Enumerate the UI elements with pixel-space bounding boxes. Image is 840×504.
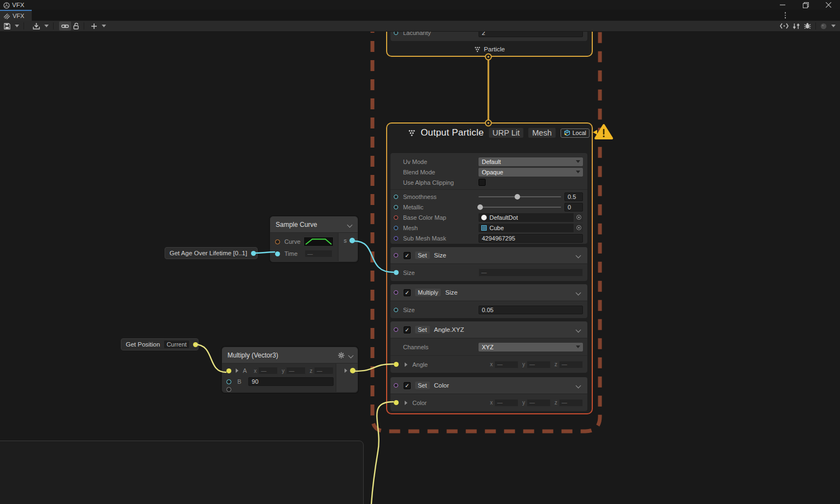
space-badge[interactable]: Local — [561, 128, 590, 138]
axis-x-label: x — [490, 400, 493, 406]
space-badge-label: Local — [573, 130, 586, 136]
b-field[interactable]: 90 — [248, 377, 334, 386]
foldout-arrow-icon[interactable] — [236, 368, 238, 373]
close-button[interactable] — [817, 0, 840, 10]
panel-dropdown[interactable] — [829, 21, 838, 31]
set-size-block[interactable]: ✓ Set Size Size — — [390, 247, 587, 281]
chevron-down-icon[interactable] — [349, 353, 353, 358]
object-picker-button[interactable] — [574, 224, 583, 232]
chevron-down-icon[interactable] — [576, 383, 581, 388]
size-input-port[interactable] — [394, 308, 398, 312]
sub-mesh-mask-port[interactable] — [394, 236, 398, 241]
metallic-port[interactable] — [394, 205, 398, 209]
multiply-size-block[interactable]: ✓ Multiply Size Size 0.05 — [390, 284, 587, 318]
output-particle-context-node[interactable]: Output Particle URP Lit Mesh Local Uv Mo… — [386, 122, 593, 414]
render-pipeline-tag[interactable]: URP Lit — [489, 128, 524, 138]
set-angle-block[interactable]: ✓ Set Angle.XYZ Channels XYZ Angle x— y— — [390, 321, 587, 373]
get-position-space-tag[interactable]: Current — [164, 341, 190, 348]
metallic-slider[interactable] — [479, 207, 561, 208]
maximize-button[interactable] — [794, 0, 817, 10]
time-input-port[interactable] — [275, 251, 280, 256]
tab-options-kebab-icon[interactable] — [782, 12, 789, 19]
base-color-map-port[interactable] — [394, 215, 398, 220]
foldout-arrow-icon[interactable] — [405, 362, 407, 367]
chevron-down-icon — [831, 25, 836, 27]
set-color-block-port[interactable] — [394, 383, 398, 388]
mesh-object-field[interactable]: Cube — [479, 224, 574, 232]
get-position-output-port[interactable] — [193, 342, 198, 347]
save-dropdown[interactable] — [13, 21, 21, 31]
b-input-port[interactable] — [226, 379, 231, 384]
chevron-down-icon[interactable] — [576, 253, 581, 257]
control-panel-button[interactable] — [791, 21, 802, 31]
chevron-down-icon[interactable] — [576, 290, 581, 295]
curve-input-port[interactable] — [275, 239, 280, 244]
settings-gear-icon[interactable] — [338, 352, 345, 359]
angle-y-field: — — [527, 361, 551, 368]
group-panel[interactable] — [0, 441, 364, 504]
sample-curve-header[interactable]: Sample Curve — [270, 216, 358, 233]
metallic-field[interactable]: 0 — [564, 203, 583, 212]
sample-output-row: s — [344, 237, 355, 244]
chevron-down-icon[interactable] — [576, 327, 581, 332]
set-size-enabled-checkbox[interactable]: ✓ — [404, 252, 411, 259]
link-toggle-button[interactable] — [59, 21, 71, 31]
add-node-button[interactable] — [89, 21, 100, 31]
set-color-op: Set — [415, 382, 430, 389]
angle-input-port[interactable] — [394, 362, 399, 367]
channels-dropdown[interactable]: XYZ — [479, 343, 583, 351]
set-angle-block-port[interactable] — [394, 327, 398, 332]
object-picker-button[interactable] — [574, 213, 583, 222]
foldout-arrow-icon[interactable] — [345, 368, 347, 373]
multiply-size-block-port[interactable] — [394, 290, 398, 295]
set-size-block-port[interactable] — [394, 253, 398, 257]
sample-curve-node[interactable]: Sample Curve Curve Time — s — [270, 216, 358, 262]
a-y-field: — — [286, 367, 306, 374]
curve-preview-field[interactable] — [304, 237, 334, 247]
base-color-map-object-field[interactable]: DefaultDot — [479, 213, 574, 222]
extra-input-port[interactable] — [226, 387, 231, 392]
minimize-button[interactable] — [771, 0, 794, 10]
get-position-node[interactable]: Get Position Current — [121, 338, 199, 350]
insert-template-button[interactable] — [31, 21, 42, 31]
multiply-output-port[interactable] — [350, 368, 355, 373]
debug-button[interactable] — [802, 21, 813, 31]
base-color-map-row: Base Color Map DefaultDot — [390, 212, 587, 222]
smoothness-slider[interactable] — [479, 196, 561, 197]
get-age-output-port[interactable] — [251, 251, 256, 256]
metallic-row: Metallic 0 — [390, 202, 587, 212]
smoothness-port[interactable] — [394, 195, 398, 199]
help-button[interactable] — [818, 21, 829, 31]
multiply-size-enabled-checkbox[interactable]: ✓ — [404, 289, 411, 296]
lock-button[interactable] — [71, 21, 81, 31]
foldout-arrow-icon[interactable] — [405, 401, 407, 405]
topology-tag[interactable]: Mesh — [528, 128, 555, 138]
template-dropdown[interactable] — [42, 21, 51, 31]
sub-mesh-mask-field[interactable]: 4294967295 — [479, 234, 583, 243]
multiply-vector3-node[interactable]: Multiply (Vector3) A x— y— z— B 90 — [221, 347, 358, 393]
mesh-port[interactable] — [394, 226, 398, 230]
sliders-icon — [793, 23, 800, 30]
context-header[interactable]: Output Particle URP Lit Mesh Local — [387, 124, 592, 142]
set-color-block[interactable]: ✓ Set Color Color x— y— z— — [390, 377, 587, 411]
sample-output-port[interactable] — [349, 238, 355, 243]
multiply-header[interactable]: Multiply (Vector3) — [222, 347, 358, 364]
set-angle-enabled-checkbox[interactable]: ✓ — [404, 326, 411, 333]
size-input-port[interactable] — [394, 270, 399, 275]
save-button[interactable] — [2, 21, 13, 31]
tab-vfx[interactable]: VFX — [0, 10, 32, 21]
a-input-port[interactable] — [226, 368, 231, 373]
show-code-button[interactable] — [778, 21, 791, 31]
color-input-port[interactable] — [394, 400, 399, 405]
uv-mode-dropdown[interactable]: Default — [479, 157, 583, 166]
set-color-enabled-checkbox[interactable]: ✓ — [404, 382, 411, 389]
blend-mode-dropdown[interactable]: Opaque — [479, 168, 583, 177]
alpha-clip-checkbox[interactable] — [479, 179, 486, 186]
mesh-icon — [481, 225, 487, 231]
set-color-target: Color — [434, 382, 449, 389]
chevron-down-icon[interactable] — [348, 222, 352, 227]
size-field[interactable]: 0.05 — [479, 306, 583, 314]
get-age-node[interactable]: Get Age Over Lifetime [0..1] — [165, 247, 258, 259]
smoothness-field[interactable]: 0.5 — [564, 192, 583, 201]
add-dropdown[interactable] — [100, 21, 108, 31]
